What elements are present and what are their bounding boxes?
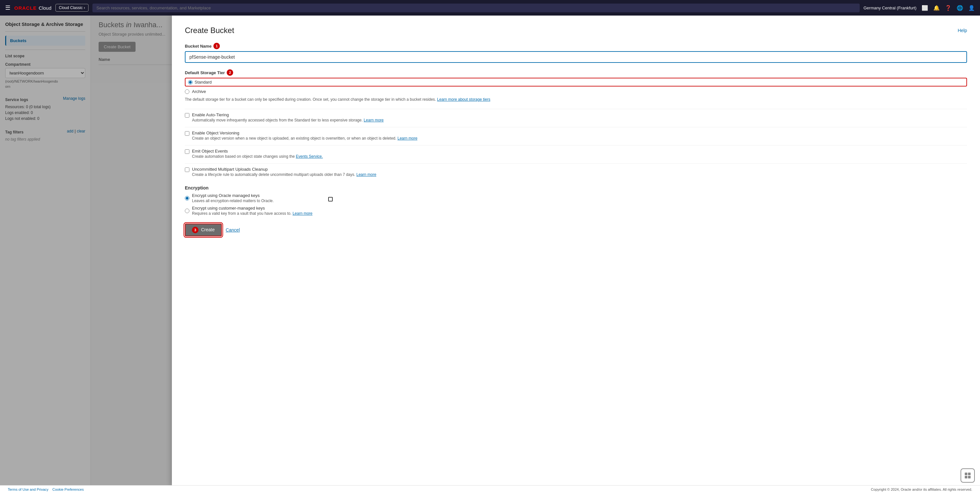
- object-events-option: Emit Object Events Create automation bas…: [185, 145, 967, 162]
- standard-storage-option[interactable]: Standard: [185, 78, 967, 87]
- encrypt-customer-label: Encrypt using customer-managed keys: [192, 206, 313, 211]
- modal-help-link[interactable]: Help: [958, 28, 967, 33]
- archive-label: Archive: [192, 89, 206, 94]
- multipart-cleanup-checkbox[interactable]: [185, 168, 189, 172]
- top-navigation: ☰ ORACLE Cloud Cloud Classic › Germany C…: [0, 0, 980, 16]
- auto-tiering-desc: Automatically move infrequently accessed…: [192, 118, 383, 122]
- encrypt-oracle-option[interactable]: Encrypt using Oracle managed keys Leaves…: [185, 193, 967, 203]
- modal-title-row: Create Bucket Help: [185, 26, 967, 35]
- encrypt-oracle-desc: Leaves all encryption-related matters to…: [192, 198, 274, 203]
- hamburger-menu-icon[interactable]: ☰: [5, 4, 10, 11]
- object-versioning-label: Enable Object Versioning: [192, 130, 417, 135]
- footer-left: Terms of Use and Privacy Cookie Preferen…: [8, 488, 84, 491]
- multipart-cleanup-label: Uncommitted Multipart Uploads Cleanup: [192, 167, 376, 172]
- events-service-link[interactable]: Events Service.: [296, 154, 323, 159]
- object-versioning-learn-link[interactable]: Learn more: [398, 136, 417, 141]
- cloud-classic-button[interactable]: Cloud Classic ›: [56, 4, 89, 12]
- auto-tiering-label: Enable Auto-Tiering: [192, 113, 383, 117]
- standard-label: Standard: [194, 80, 212, 84]
- storage-tier-section: Default Storage Tier 2 Standard Archive …: [185, 69, 967, 102]
- encrypt-oracle-content: Encrypt using Oracle managed keys Leaves…: [192, 193, 274, 203]
- terms-link[interactable]: Terms of Use and Privacy: [8, 488, 48, 491]
- storage-tier-label: Default Storage Tier 2: [185, 69, 967, 76]
- bucket-name-label: Bucket Name 1: [185, 43, 967, 49]
- question-icon[interactable]: ❓: [945, 5, 951, 11]
- encryption-heading: Encryption: [185, 185, 967, 190]
- footer-copyright: Copyright © 2024, Oracle and/or its affi…: [871, 488, 972, 491]
- multipart-cleanup-desc: Create a lifecycle rule to automatically…: [192, 172, 376, 177]
- nav-right-controls: Germany Central (Frankfurt) ⬜ 🔔 ❓ 🌐 👤: [864, 5, 975, 11]
- encrypt-customer-option[interactable]: Encrypt using customer-managed keys Requ…: [185, 206, 967, 216]
- step-badge-2: 2: [227, 69, 233, 76]
- multipart-cleanup-content: Uncommitted Multipart Uploads Cleanup Cr…: [192, 167, 376, 177]
- object-versioning-desc: Create an object version when a new obje…: [192, 136, 417, 141]
- archive-radio[interactable]: [185, 89, 189, 94]
- bell-icon[interactable]: 🔔: [933, 5, 940, 11]
- storage-tier-description: The default storage tier for a bucket ca…: [185, 97, 967, 102]
- encrypt-oracle-radio[interactable]: [185, 196, 189, 200]
- modal-panel: Create Bucket Help Bucket Name 1 Default…: [172, 16, 980, 487]
- encrypt-customer-desc: Requires a valid key from a vault that y…: [192, 211, 313, 216]
- action-row: 3 Create Cancel: [185, 224, 967, 236]
- object-versioning-checkbox[interactable]: [185, 131, 189, 136]
- auto-tiering-learn-link[interactable]: Learn more: [364, 118, 383, 122]
- oracle-logo: ORACLE Cloud: [14, 5, 52, 11]
- archive-storage-option[interactable]: Archive: [185, 89, 967, 94]
- create-button[interactable]: 3 Create: [185, 224, 222, 236]
- storage-tier-radio-group: Standard Archive: [185, 78, 967, 94]
- auto-tiering-content: Enable Auto-Tiering Automatically move i…: [192, 113, 383, 122]
- object-events-label: Emit Object Events: [192, 149, 323, 154]
- encrypt-oracle-label: Encrypt using Oracle managed keys: [192, 193, 274, 198]
- standard-radio[interactable]: [188, 80, 192, 84]
- encrypt-customer-radio[interactable]: [185, 209, 189, 213]
- object-versioning-content: Enable Object Versioning Create an objec…: [192, 130, 417, 141]
- object-events-content: Emit Object Events Create automation bas…: [192, 149, 323, 159]
- object-versioning-option: Enable Object Versioning Create an objec…: [185, 127, 967, 144]
- oracle-wordmark: ORACLE: [14, 5, 37, 11]
- modal-overlay: Create Bucket Help Bucket Name 1 Default…: [0, 16, 980, 487]
- object-events-desc: Create automation based on object state …: [192, 154, 323, 159]
- multipart-cleanup-option: Uncommitted Multipart Uploads Cleanup Cr…: [185, 163, 967, 180]
- step-badge-3: 3: [192, 227, 199, 233]
- region-selector[interactable]: Germany Central (Frankfurt): [864, 5, 916, 10]
- cloud-shell-icon[interactable]: ⬜: [922, 5, 928, 11]
- footer: Terms of Use and Privacy Cookie Preferen…: [0, 485, 980, 493]
- cookies-link[interactable]: Cookie Preferences: [52, 488, 84, 491]
- cloud-wordmark: Cloud: [38, 5, 51, 11]
- object-events-checkbox[interactable]: [185, 149, 189, 154]
- globe-icon[interactable]: 🌐: [957, 5, 963, 11]
- bucket-name-input[interactable]: [185, 51, 967, 63]
- step-badge-1: 1: [213, 43, 220, 49]
- encryption-radio-group: Encrypt using Oracle managed keys Leaves…: [185, 193, 967, 216]
- encrypt-customer-content: Encrypt using customer-managed keys Requ…: [192, 206, 313, 216]
- encrypt-learn-link[interactable]: Learn more: [293, 211, 312, 216]
- cancel-button[interactable]: Cancel: [226, 227, 240, 233]
- options-group: Enable Auto-Tiering Automatically move i…: [185, 109, 967, 180]
- modal-title: Create Bucket: [185, 26, 234, 35]
- auto-tiering-checkbox[interactable]: [185, 113, 189, 117]
- help-fab-grid: [965, 472, 970, 479]
- user-icon[interactable]: 👤: [968, 5, 975, 11]
- bucket-name-section: Bucket Name 1: [185, 43, 967, 63]
- multipart-learn-link[interactable]: Learn more: [356, 172, 376, 177]
- search-input[interactable]: [92, 3, 859, 12]
- storage-learn-more-link[interactable]: Learn more about storage tiers: [437, 97, 490, 102]
- help-fab-button[interactable]: [961, 468, 975, 483]
- auto-tiering-option: Enable Auto-Tiering Automatically move i…: [185, 109, 967, 126]
